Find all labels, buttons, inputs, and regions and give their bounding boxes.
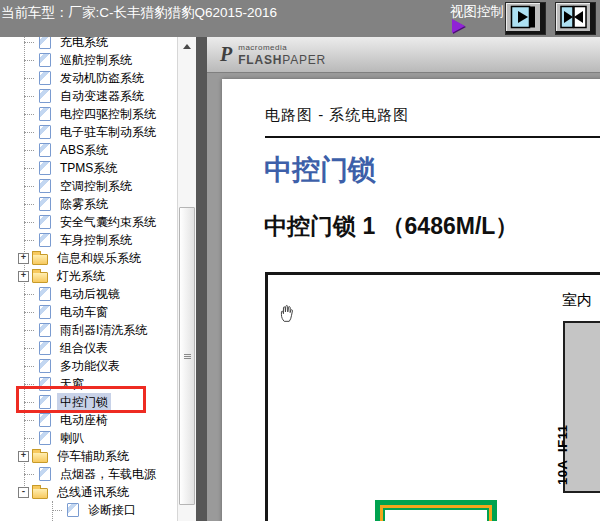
document-icon (39, 233, 51, 247)
sidebar-item[interactable]: + 信息和娱乐系统 (0, 249, 177, 267)
sidebar-item-label: 天窗 (57, 375, 87, 394)
sidebar-item[interactable]: 电控四驱控制系统 (0, 105, 177, 123)
tree-connector (24, 114, 34, 115)
sidebar-item[interactable]: 巡航控制系统 (0, 51, 177, 69)
document-icon (39, 143, 51, 157)
panel-splitter[interactable] (196, 37, 207, 521)
tree-connector (24, 204, 34, 205)
collapse-panel-button[interactable] (505, 2, 546, 35)
tree-connector (24, 312, 34, 313)
tree-expander-icon[interactable]: + (18, 271, 29, 282)
sidebar-item[interactable]: 电子驻车制动系统 (0, 123, 177, 141)
document-icon (39, 53, 51, 67)
tree-expander-icon[interactable]: + (18, 253, 29, 264)
sidebar-item[interactable]: 组合仪表 (0, 339, 177, 357)
sidebar-item[interactable]: 车身控制系统 (0, 231, 177, 249)
sidebar-item-label: TPMS系统 (57, 159, 120, 178)
tree-expander-icon[interactable]: - (18, 487, 29, 498)
fuse-label: 10A IF11 (555, 335, 570, 485)
sidebar-item[interactable]: 发动机防盗系统 (0, 69, 177, 87)
sidebar-item[interactable]: 充电系统 (0, 37, 177, 51)
sidebar-item[interactable]: + 灯光系统 (0, 267, 177, 285)
product-label-flash: FLASH (238, 53, 282, 67)
document-icon (39, 37, 51, 49)
tree-connector (24, 420, 34, 421)
sidebar-scrollbar[interactable] (177, 37, 196, 521)
sidebar-item[interactable]: 空调控制系统 (0, 177, 177, 195)
sidebar-item-label: ABS系统 (57, 141, 111, 160)
sidebar-item-label: 停车辅助系统 (54, 447, 132, 466)
sidebar-item[interactable]: ABS系统 (0, 141, 177, 159)
tree-connector (24, 384, 34, 385)
sidebar-item-label: 巡航控制系统 (57, 51, 135, 70)
sidebar-item[interactable]: 中控门锁 (0, 393, 177, 411)
sidebar-item-label: 自动变速器系统 (57, 87, 147, 106)
tree-connector (24, 42, 34, 43)
sidebar-item[interactable]: - 总线通讯系统 (0, 483, 177, 501)
document-icon (39, 341, 51, 355)
sidebar-item[interactable]: TPMS系统 (0, 159, 177, 177)
document-icon (39, 89, 51, 103)
tree-connector (24, 60, 34, 61)
scroll-up-button[interactable] (178, 39, 196, 54)
tree-connector (24, 222, 34, 223)
tree-connector (24, 186, 34, 187)
view-control-arrow-icon[interactable] (452, 19, 465, 33)
sidebar-item[interactable]: 天窗 (0, 375, 177, 393)
sidebar-item[interactable]: 电动车窗 (0, 303, 177, 321)
sidebar-item[interactable]: 喇叭 (0, 429, 177, 447)
document-page: 电路图 - 系统电路图 中控门锁 中控门锁 1 （6486M/L） 室内 10A… (222, 79, 600, 521)
sidebar-item[interactable]: 除雾系统 (0, 195, 177, 213)
split-view-button[interactable] (555, 2, 596, 35)
split-view-icon (560, 5, 587, 29)
sidebar-item-label: 电子驻车制动系统 (57, 123, 159, 142)
fuse-box: 10A IF11 (563, 321, 600, 493)
document-section-heading: 电路图 - 系统电路图 (265, 106, 409, 125)
titlebar: 当前车型：厂家:C-长丰猎豹猎豹Q62015-2016 视图控制 (0, 0, 600, 37)
sidebar-item[interactable]: + 停车辅助系统 (0, 447, 177, 465)
sidebar-item[interactable]: 自动变速器系统 (0, 87, 177, 105)
scrollbar-thumb[interactable] (179, 207, 195, 505)
document-icon (39, 179, 51, 193)
document-icon (39, 395, 51, 409)
sidebar-item[interactable]: 电动座椅 (0, 411, 177, 429)
tree-connector (52, 510, 62, 511)
sidebar-item-label: 除雾系统 (57, 195, 111, 214)
document-icon (39, 323, 51, 337)
document-icon (39, 107, 51, 121)
folder-icon (32, 452, 48, 463)
flashpaper-viewer: P macromedia FLASHPAPER 电路图 - 系统电路图 中控门锁… (207, 37, 600, 521)
tree-connector (24, 294, 34, 295)
tree-connector (24, 150, 34, 151)
app-window: 当前车型：厂家:C-长丰猎豹猎豹Q62015-2016 视图控制 (0, 0, 600, 521)
flashpaper-toolbar: P macromedia FLASHPAPER (207, 37, 600, 73)
page-title: 中控门锁 (264, 151, 376, 189)
region-label: 室内 (562, 291, 592, 310)
tree-expander-icon[interactable]: + (18, 451, 29, 462)
brand-label: macromedia (238, 44, 326, 52)
sidebar-item[interactable]: 雨刮器I清洗系统 (0, 321, 177, 339)
sidebar-item-label: 雨刮器I清洗系统 (57, 321, 150, 340)
sidebar-item-label: 诊断接口 (85, 501, 139, 520)
sidebar-item-label: 灯光系统 (54, 267, 108, 286)
sidebar-item[interactable]: 多功能仪表 (0, 357, 177, 375)
sidebar-item[interactable]: 安全气囊约束系统 (0, 213, 177, 231)
sidebar-item-label: 中控门锁 (57, 393, 111, 412)
sidebar-item-label: 多功能仪表 (57, 357, 123, 376)
document-icon (39, 413, 51, 427)
sidebar-item[interactable]: 点烟器，车载电源 (0, 465, 177, 483)
sidebar-item-label: 喇叭 (57, 429, 87, 448)
product-label-paper: PAPER (282, 53, 326, 67)
app-body: 充电系统 巡航控制系统 发动机防盗系统 自动变速器系统 电控四驱控制系统 电子驻… (0, 37, 600, 521)
sidebar-item-label: 车身控制系统 (57, 231, 135, 250)
hand-cursor-icon (278, 303, 296, 323)
document-icon (39, 467, 51, 481)
sidebar-item-label: 点烟器，车载电源 (57, 465, 159, 484)
sidebar-item[interactable]: 诊断接口 (0, 501, 177, 519)
current-vehicle-title: 当前车型：厂家:C-长丰猎豹猎豹Q62015-2016 (1, 4, 277, 22)
systems-tree: 充电系统 巡航控制系统 发动机防盗系统 自动变速器系统 电控四驱控制系统 电子驻… (0, 37, 177, 521)
circuit-diagram[interactable]: 室内 10A IF11 (265, 272, 600, 521)
sidebar-item[interactable]: 电动后视镜 (0, 285, 177, 303)
sidebar-item-label: 安全气囊约束系统 (57, 213, 159, 232)
tree-connector (24, 240, 34, 241)
